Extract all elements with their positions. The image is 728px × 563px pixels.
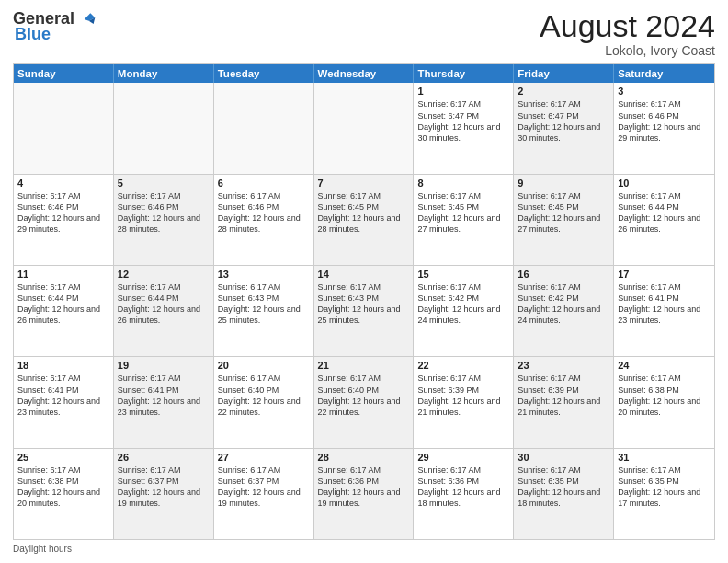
day-number: 23 — [518, 360, 609, 371]
calendar-header-cell: Sunday — [14, 64, 114, 83]
calendar-header: SundayMondayTuesdayWednesdayThursdayFrid… — [14, 64, 714, 83]
day-number: 13 — [218, 269, 310, 280]
day-number: 1 — [417, 86, 509, 97]
main-title: August 2024 — [540, 9, 715, 43]
calendar-cell: 24Sunrise: 6:17 AM Sunset: 6:38 PM Dayli… — [614, 357, 714, 447]
day-number: 11 — [17, 269, 109, 280]
calendar-cell: 30Sunrise: 6:17 AM Sunset: 6:35 PM Dayli… — [514, 449, 614, 539]
day-number: 20 — [218, 360, 310, 371]
day-number: 15 — [417, 269, 509, 280]
calendar-cell: 11Sunrise: 6:17 AM Sunset: 6:44 PM Dayli… — [14, 266, 114, 356]
day-number: 6 — [218, 178, 310, 189]
calendar-cell: 3Sunrise: 6:17 AM Sunset: 6:46 PM Daylig… — [614, 83, 714, 173]
calendar-cell: 15Sunrise: 6:17 AM Sunset: 6:42 PM Dayli… — [414, 266, 514, 356]
day-number: 18 — [17, 360, 109, 371]
day-info: Sunrise: 6:17 AM Sunset: 6:41 PM Dayligh… — [618, 282, 711, 327]
day-number: 26 — [118, 452, 210, 463]
calendar-cell: 28Sunrise: 6:17 AM Sunset: 6:36 PM Dayli… — [314, 449, 415, 539]
calendar-cell: 7Sunrise: 6:17 AM Sunset: 6:45 PM Daylig… — [314, 175, 415, 265]
calendar-cell: 18Sunrise: 6:17 AM Sunset: 6:41 PM Dayli… — [14, 357, 114, 447]
day-number: 27 — [218, 452, 310, 463]
calendar-cell: 9Sunrise: 6:17 AM Sunset: 6:45 PM Daylig… — [514, 175, 614, 265]
day-info: Sunrise: 6:17 AM Sunset: 6:41 PM Dayligh… — [118, 373, 210, 418]
day-info: Sunrise: 6:17 AM Sunset: 6:35 PM Dayligh… — [518, 465, 609, 510]
calendar-cell: 26Sunrise: 6:17 AM Sunset: 6:37 PM Dayli… — [114, 449, 214, 539]
calendar-cell: 23Sunrise: 6:17 AM Sunset: 6:39 PM Dayli… — [514, 357, 614, 447]
day-info: Sunrise: 6:17 AM Sunset: 6:42 PM Dayligh… — [518, 282, 609, 327]
calendar-cell: 21Sunrise: 6:17 AM Sunset: 6:40 PM Dayli… — [314, 357, 415, 447]
calendar-cell: 12Sunrise: 6:17 AM Sunset: 6:44 PM Dayli… — [114, 266, 214, 356]
day-info: Sunrise: 6:17 AM Sunset: 6:45 PM Dayligh… — [318, 190, 410, 236]
calendar-cell: 16Sunrise: 6:17 AM Sunset: 6:42 PM Dayli… — [514, 266, 614, 356]
day-info: Sunrise: 6:17 AM Sunset: 6:36 PM Dayligh… — [417, 465, 509, 510]
calendar-cell: 4Sunrise: 6:17 AM Sunset: 6:46 PM Daylig… — [14, 175, 114, 265]
calendar-body: 1Sunrise: 6:17 AM Sunset: 6:47 PM Daylig… — [14, 83, 714, 539]
day-info: Sunrise: 6:17 AM Sunset: 6:35 PM Dayligh… — [618, 465, 711, 510]
calendar-cell — [114, 83, 214, 173]
calendar-cell: 22Sunrise: 6:17 AM Sunset: 6:39 PM Dayli… — [414, 357, 514, 447]
day-info: Sunrise: 6:17 AM Sunset: 6:42 PM Dayligh… — [417, 282, 509, 327]
calendar-cell: 31Sunrise: 6:17 AM Sunset: 6:35 PM Dayli… — [614, 449, 714, 539]
logo: General Blue — [13, 9, 97, 44]
day-number: 3 — [618, 86, 711, 97]
calendar-header-cell: Tuesday — [214, 64, 314, 83]
day-number: 17 — [618, 269, 711, 280]
calendar: SundayMondayTuesdayWednesdayThursdayFrid… — [13, 63, 715, 540]
day-number: 31 — [618, 452, 711, 463]
calendar-cell — [214, 83, 314, 173]
calendar-cell: 13Sunrise: 6:17 AM Sunset: 6:43 PM Dayli… — [214, 266, 314, 356]
calendar-row: 25Sunrise: 6:17 AM Sunset: 6:38 PM Dayli… — [14, 448, 714, 539]
day-info: Sunrise: 6:17 AM Sunset: 6:43 PM Dayligh… — [318, 282, 410, 327]
calendar-cell: 1Sunrise: 6:17 AM Sunset: 6:47 PM Daylig… — [414, 83, 514, 173]
day-info: Sunrise: 6:17 AM Sunset: 6:39 PM Dayligh… — [518, 373, 609, 418]
logo-bird-icon — [78, 10, 97, 29]
footer: Daylight hours — [13, 544, 715, 554]
day-info: Sunrise: 6:17 AM Sunset: 6:46 PM Dayligh… — [118, 190, 210, 236]
calendar-header-cell: Monday — [114, 64, 214, 83]
day-info: Sunrise: 6:17 AM Sunset: 6:38 PM Dayligh… — [17, 465, 109, 510]
day-number: 29 — [417, 452, 509, 463]
calendar-cell: 5Sunrise: 6:17 AM Sunset: 6:46 PM Daylig… — [114, 175, 214, 265]
calendar-cell: 10Sunrise: 6:17 AM Sunset: 6:44 PM Dayli… — [614, 175, 714, 265]
day-info: Sunrise: 6:17 AM Sunset: 6:44 PM Dayligh… — [618, 190, 711, 236]
day-info: Sunrise: 6:17 AM Sunset: 6:45 PM Dayligh… — [417, 190, 509, 236]
calendar-cell: 25Sunrise: 6:17 AM Sunset: 6:38 PM Dayli… — [14, 449, 114, 539]
day-info: Sunrise: 6:17 AM Sunset: 6:44 PM Dayligh… — [17, 282, 109, 327]
day-info: Sunrise: 6:17 AM Sunset: 6:40 PM Dayligh… — [218, 373, 310, 418]
day-info: Sunrise: 6:17 AM Sunset: 6:45 PM Dayligh… — [518, 190, 609, 236]
subtitle: Lokolo, Ivory Coast — [540, 43, 715, 58]
day-info: Sunrise: 6:17 AM Sunset: 6:40 PM Dayligh… — [318, 373, 410, 418]
calendar-header-cell: Wednesday — [314, 64, 415, 83]
day-number: 25 — [17, 452, 109, 463]
day-number: 8 — [417, 178, 509, 189]
day-number: 12 — [118, 269, 210, 280]
title-block: August 2024 Lokolo, Ivory Coast — [540, 9, 715, 58]
day-info: Sunrise: 6:17 AM Sunset: 6:46 PM Dayligh… — [17, 190, 109, 236]
day-info: Sunrise: 6:17 AM Sunset: 6:39 PM Dayligh… — [417, 373, 509, 418]
day-number: 30 — [518, 452, 609, 463]
calendar-cell: 19Sunrise: 6:17 AM Sunset: 6:41 PM Dayli… — [114, 357, 214, 447]
day-number: 10 — [618, 178, 711, 189]
calendar-header-cell: Saturday — [614, 64, 714, 83]
calendar-cell: 8Sunrise: 6:17 AM Sunset: 6:45 PM Daylig… — [414, 175, 514, 265]
calendar-row: 1Sunrise: 6:17 AM Sunset: 6:47 PM Daylig… — [14, 83, 714, 173]
day-number: 19 — [118, 360, 210, 371]
day-info: Sunrise: 6:17 AM Sunset: 6:46 PM Dayligh… — [618, 98, 711, 144]
day-info: Sunrise: 6:17 AM Sunset: 6:37 PM Dayligh… — [218, 465, 310, 510]
calendar-cell: 29Sunrise: 6:17 AM Sunset: 6:36 PM Dayli… — [414, 449, 514, 539]
day-info: Sunrise: 6:17 AM Sunset: 6:43 PM Dayligh… — [218, 282, 310, 327]
calendar-row: 4Sunrise: 6:17 AM Sunset: 6:46 PM Daylig… — [14, 174, 714, 265]
header: General Blue August 2024 Lokolo, Ivory C… — [13, 9, 715, 58]
day-info: Sunrise: 6:17 AM Sunset: 6:36 PM Dayligh… — [318, 465, 410, 510]
calendar-cell: 14Sunrise: 6:17 AM Sunset: 6:43 PM Dayli… — [314, 266, 415, 356]
day-info: Sunrise: 6:17 AM Sunset: 6:38 PM Dayligh… — [618, 373, 711, 418]
calendar-row: 11Sunrise: 6:17 AM Sunset: 6:44 PM Dayli… — [14, 265, 714, 356]
day-info: Sunrise: 6:17 AM Sunset: 6:47 PM Dayligh… — [417, 98, 509, 144]
day-number: 2 — [518, 86, 609, 97]
page: General Blue August 2024 Lokolo, Ivory C… — [0, 0, 728, 563]
day-number: 5 — [118, 178, 210, 189]
calendar-header-cell: Thursday — [414, 64, 514, 83]
day-number: 7 — [318, 178, 410, 189]
calendar-cell: 20Sunrise: 6:17 AM Sunset: 6:40 PM Dayli… — [214, 357, 314, 447]
calendar-cell — [314, 83, 415, 173]
